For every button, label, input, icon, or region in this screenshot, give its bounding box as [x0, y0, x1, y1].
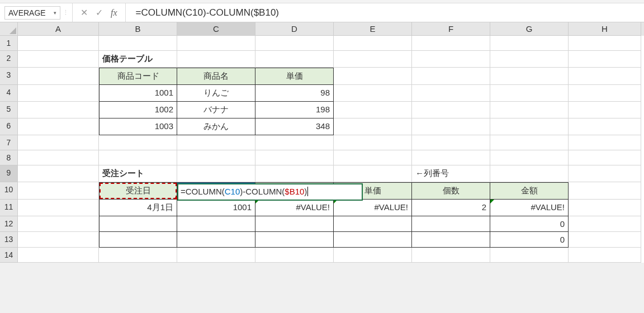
cell-F13[interactable]: [412, 232, 490, 248]
cell-F10[interactable]: 個数: [412, 182, 490, 200]
cell-D2[interactable]: [255, 51, 334, 68]
row-header-2[interactable]: 2: [0, 51, 18, 68]
cell-A12[interactable]: [18, 216, 99, 232]
cell-B10[interactable]: 受注日: [99, 182, 177, 200]
cell-F7[interactable]: [412, 135, 490, 150]
cell-D9[interactable]: [255, 165, 334, 182]
cell-D4[interactable]: 98: [255, 85, 334, 102]
cell-H1[interactable]: [569, 36, 641, 51]
cell-H10[interactable]: [569, 182, 641, 200]
col-header-H[interactable]: H: [569, 22, 641, 36]
cell-A4[interactable]: [18, 85, 99, 102]
cell-H12[interactable]: [569, 216, 641, 232]
row-header-9[interactable]: 9: [0, 165, 18, 182]
cell-A13[interactable]: [18, 232, 99, 248]
cell-D3[interactable]: 単価: [255, 68, 334, 85]
row-header-1[interactable]: 1: [0, 36, 18, 51]
cell-E12[interactable]: [334, 216, 412, 232]
col-header-G[interactable]: G: [490, 22, 569, 36]
cell-C12[interactable]: [177, 216, 255, 232]
cell-H7[interactable]: [569, 135, 641, 150]
cell-B7[interactable]: [99, 135, 177, 150]
cell-E6[interactable]: [334, 118, 412, 135]
cancel-icon[interactable]: ✕: [80, 7, 88, 18]
cell-C13[interactable]: [177, 232, 255, 248]
cell-D14[interactable]: [255, 248, 334, 263]
cell-G4[interactable]: [490, 85, 569, 102]
cell-E1[interactable]: [334, 36, 412, 51]
cell-D11[interactable]: #VALUE!: [255, 200, 334, 216]
cell-G6[interactable]: [490, 118, 569, 135]
cell-C8[interactable]: [177, 150, 255, 165]
cell-B3[interactable]: 商品コード: [99, 68, 177, 85]
cell-A7[interactable]: [18, 135, 99, 150]
cell-C3[interactable]: 商品名: [177, 68, 255, 85]
cell-B8[interactable]: [99, 150, 177, 165]
cell-H4[interactable]: [569, 85, 641, 102]
row-header-8[interactable]: 8: [0, 150, 18, 165]
chevron-down-icon[interactable]: ▾: [54, 10, 56, 16]
col-header-E[interactable]: E: [334, 22, 412, 36]
cell-F11[interactable]: 2: [412, 200, 490, 216]
cell-F3[interactable]: [412, 68, 490, 85]
cell-F8[interactable]: [412, 150, 490, 165]
cell-G2[interactable]: [490, 51, 569, 68]
col-header-C[interactable]: C: [177, 22, 255, 36]
cell-C6[interactable]: みかん: [177, 118, 255, 135]
cell-A5[interactable]: [18, 102, 99, 118]
cell-A11[interactable]: [18, 200, 99, 216]
cell-B13[interactable]: [99, 232, 177, 248]
name-box[interactable]: AVERAGE ▾: [4, 6, 60, 20]
cell-E13[interactable]: [334, 232, 412, 248]
col-header-B[interactable]: B: [99, 22, 177, 36]
cell-E14[interactable]: [334, 248, 412, 263]
cell-C14[interactable]: [177, 248, 255, 263]
cell-C11[interactable]: 1001: [177, 200, 255, 216]
cell-E8[interactable]: [334, 150, 412, 165]
cell-H2[interactable]: [569, 51, 641, 68]
cell-H13[interactable]: [569, 232, 641, 248]
cell-B12[interactable]: [99, 216, 177, 232]
accept-icon[interactable]: ✓: [96, 7, 103, 18]
cell-A6[interactable]: [18, 118, 99, 135]
cell-G8[interactable]: [490, 150, 569, 165]
cell-G5[interactable]: [490, 102, 569, 118]
cell-H5[interactable]: [569, 102, 641, 118]
cell-H3[interactable]: [569, 68, 641, 85]
cell-C1[interactable]: [177, 36, 255, 51]
cell-B9[interactable]: 受注シート: [99, 165, 177, 182]
cell-F14[interactable]: [412, 248, 490, 263]
cell-F6[interactable]: [412, 118, 490, 135]
cell-B14[interactable]: [99, 248, 177, 263]
cell-B6[interactable]: 1003: [99, 118, 177, 135]
col-header-F[interactable]: F: [412, 22, 490, 36]
cell-F1[interactable]: [412, 36, 490, 51]
cell-F5[interactable]: [412, 102, 490, 118]
row-header-7[interactable]: 7: [0, 135, 18, 150]
cell-A8[interactable]: [18, 150, 99, 165]
cell-F4[interactable]: [412, 85, 490, 102]
cell-H11[interactable]: [569, 200, 641, 216]
cell-G1[interactable]: [490, 36, 569, 51]
cell-H6[interactable]: [569, 118, 641, 135]
cell-E2[interactable]: [334, 51, 412, 68]
cell-E7[interactable]: [334, 135, 412, 150]
cell-G9[interactable]: [490, 165, 569, 182]
cell-F9[interactable]: ←列番号: [412, 165, 490, 182]
cell-H14[interactable]: [569, 248, 641, 263]
cell-B11[interactable]: 4月1日: [99, 200, 177, 216]
cell-C4[interactable]: りんご: [177, 85, 255, 102]
cell-E4[interactable]: [334, 85, 412, 102]
cell-C2[interactable]: [177, 51, 255, 68]
cell-editor[interactable]: =COLUMN(C10)-COLUMN($B10): [177, 183, 363, 201]
cell-A14[interactable]: [18, 248, 99, 263]
cell-B5[interactable]: 1002: [99, 102, 177, 118]
cell-D6[interactable]: 348: [255, 118, 334, 135]
cell-A2[interactable]: [18, 51, 99, 68]
cell-G13[interactable]: 0: [490, 232, 569, 248]
row-header-10[interactable]: 10: [0, 182, 18, 200]
cell-B1[interactable]: [99, 36, 177, 51]
cell-C7[interactable]: [177, 135, 255, 150]
row-header-12[interactable]: 12: [0, 216, 18, 232]
col-header-D[interactable]: D: [255, 22, 334, 36]
